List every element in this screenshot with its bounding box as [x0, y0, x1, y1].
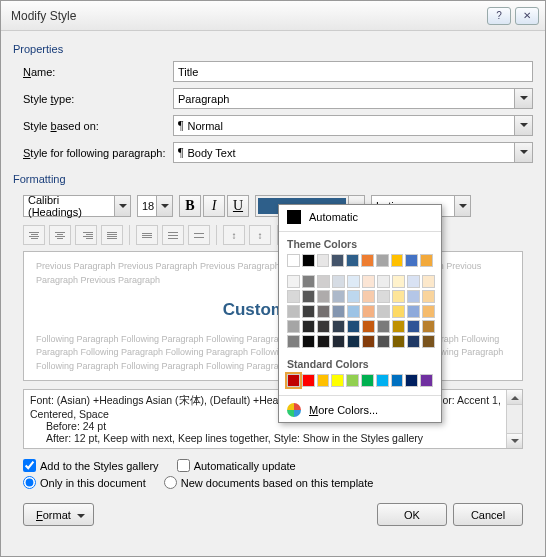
based-on-combo[interactable]: ¶Normal	[173, 115, 533, 136]
align-right-button[interactable]	[75, 225, 97, 245]
format-button[interactable]: Format	[23, 503, 94, 526]
scroll-down-button[interactable]	[507, 433, 522, 448]
color-swatch[interactable]	[287, 290, 300, 303]
color-swatch[interactable]	[362, 275, 375, 288]
color-swatch[interactable]	[377, 275, 390, 288]
ok-button[interactable]: OK	[377, 503, 447, 526]
color-swatch[interactable]	[361, 374, 374, 387]
help-button[interactable]: ?	[487, 7, 511, 25]
color-swatch[interactable]	[405, 374, 418, 387]
color-swatch[interactable]	[376, 254, 389, 267]
color-swatch[interactable]	[317, 290, 330, 303]
color-swatch[interactable]	[317, 320, 330, 333]
color-swatch[interactable]	[420, 254, 433, 267]
color-swatch[interactable]	[302, 374, 315, 387]
automatic-color-item[interactable]: Automatic	[279, 205, 441, 229]
color-swatch[interactable]	[287, 305, 300, 318]
color-swatch[interactable]	[422, 335, 435, 348]
color-swatch[interactable]	[317, 305, 330, 318]
align-center-button[interactable]	[49, 225, 71, 245]
color-swatch[interactable]	[332, 335, 345, 348]
color-swatch[interactable]	[302, 275, 315, 288]
align-justify-button[interactable]	[101, 225, 123, 245]
color-swatch[interactable]	[287, 254, 300, 267]
color-swatch[interactable]	[332, 275, 345, 288]
cancel-button[interactable]: Cancel	[453, 503, 523, 526]
color-swatch[interactable]	[362, 335, 375, 348]
color-swatch[interactable]	[392, 275, 405, 288]
size-combo[interactable]: 18	[137, 195, 173, 217]
color-swatch[interactable]	[362, 305, 375, 318]
spacing-2-button[interactable]	[188, 225, 210, 245]
add-to-gallery-checkbox[interactable]: Add to the Styles gallery	[23, 459, 159, 472]
color-swatch[interactable]	[407, 335, 420, 348]
only-this-doc-radio[interactable]: Only in this document	[23, 476, 146, 489]
color-swatch[interactable]	[377, 290, 390, 303]
color-swatch[interactable]	[362, 320, 375, 333]
color-swatch[interactable]	[422, 275, 435, 288]
color-swatch[interactable]	[332, 305, 345, 318]
color-swatch[interactable]	[302, 305, 315, 318]
color-swatch[interactable]	[346, 374, 359, 387]
underline-button[interactable]: U	[227, 195, 249, 217]
color-swatch[interactable]	[407, 305, 420, 318]
color-swatch[interactable]	[347, 335, 360, 348]
color-swatch[interactable]	[347, 275, 360, 288]
color-swatch[interactable]	[332, 290, 345, 303]
color-swatch[interactable]	[302, 320, 315, 333]
space-before-dec-button[interactable]: ↕	[249, 225, 271, 245]
color-swatch[interactable]	[392, 320, 405, 333]
color-swatch[interactable]	[405, 254, 418, 267]
auto-update-checkbox[interactable]: Automatically update	[177, 459, 296, 472]
color-swatch[interactable]	[302, 254, 315, 267]
color-swatch[interactable]	[377, 320, 390, 333]
color-swatch[interactable]	[317, 275, 330, 288]
color-swatch[interactable]	[422, 290, 435, 303]
color-swatch[interactable]	[331, 254, 344, 267]
color-swatch[interactable]	[420, 374, 433, 387]
color-swatch[interactable]	[302, 290, 315, 303]
spacing-1-button[interactable]	[136, 225, 158, 245]
color-swatch[interactable]	[317, 335, 330, 348]
color-swatch[interactable]	[407, 275, 420, 288]
name-input[interactable]	[173, 61, 533, 82]
color-swatch[interactable]	[362, 290, 375, 303]
style-type-combo[interactable]: Paragraph	[173, 88, 533, 109]
following-combo[interactable]: ¶Body Text	[173, 142, 533, 163]
color-swatch[interactable]	[377, 335, 390, 348]
color-swatch[interactable]	[332, 320, 345, 333]
color-swatch[interactable]	[407, 290, 420, 303]
spacing-15-button[interactable]	[162, 225, 184, 245]
color-swatch[interactable]	[302, 335, 315, 348]
close-button[interactable]: ✕	[515, 7, 539, 25]
color-swatch[interactable]	[347, 305, 360, 318]
color-swatch[interactable]	[391, 374, 404, 387]
font-combo[interactable]: Calibri (Headings)	[23, 195, 131, 217]
color-swatch[interactable]	[287, 320, 300, 333]
color-swatch[interactable]	[392, 290, 405, 303]
italic-button[interactable]: I	[203, 195, 225, 217]
color-swatch[interactable]	[407, 320, 420, 333]
scroll-up-button[interactable]	[507, 390, 522, 405]
color-swatch[interactable]	[331, 374, 344, 387]
color-swatch[interactable]	[347, 320, 360, 333]
color-swatch[interactable]	[392, 305, 405, 318]
bold-button[interactable]: B	[179, 195, 201, 217]
color-swatch[interactable]	[422, 320, 435, 333]
color-swatch[interactable]	[377, 305, 390, 318]
color-swatch[interactable]	[287, 275, 300, 288]
color-swatch[interactable]	[422, 305, 435, 318]
color-swatch[interactable]	[287, 335, 300, 348]
scrollbar[interactable]	[506, 390, 522, 448]
more-colors-item[interactable]: More Colors...	[279, 398, 441, 422]
color-swatch[interactable]	[317, 374, 330, 387]
color-swatch[interactable]	[361, 254, 374, 267]
color-swatch[interactable]	[317, 254, 330, 267]
new-docs-radio[interactable]: New documents based on this template	[164, 476, 374, 489]
color-swatch[interactable]	[346, 254, 359, 267]
color-swatch[interactable]	[347, 290, 360, 303]
color-swatch[interactable]	[376, 374, 389, 387]
color-swatch[interactable]	[287, 374, 300, 387]
align-left-button[interactable]	[23, 225, 45, 245]
color-swatch[interactable]	[392, 335, 405, 348]
